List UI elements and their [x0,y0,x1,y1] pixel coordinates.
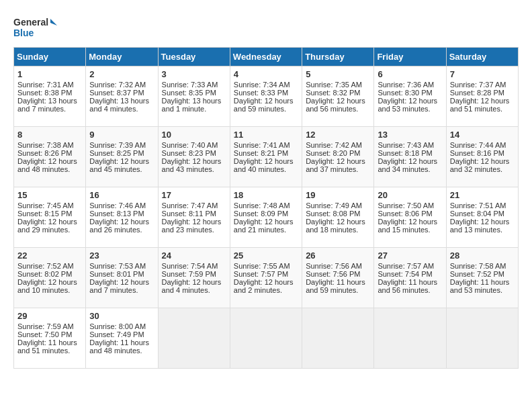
page-header: General Blue [13,13,519,40]
daylight-label: Daylight: 12 hours and 34 minutes. [378,157,437,173]
sunrise-label: Sunrise: 7:57 AM [378,262,434,270]
col-wednesday: Wednesday [230,48,302,66]
sunset-label: Sunset: 8:15 PM [17,210,72,218]
day-number: 19 [306,190,370,200]
sunrise-label: Sunrise: 7:49 AM [306,201,362,210]
calendar-cell-day-13: 13Sunrise: 7:43 AMSunset: 8:18 PMDayligh… [374,127,446,187]
calendar-cell-day-8: 8Sunrise: 7:38 AMSunset: 8:26 PMDaylight… [14,127,86,187]
sunset-label: Sunset: 8:04 PM [450,210,504,218]
sunset-label: Sunset: 7:59 PM [162,270,216,278]
day-number: 4 [234,69,298,79]
daylight-label: Daylight: 12 hours and 48 minutes. [17,157,77,173]
calendar-cell-empty [374,308,446,369]
calendar-cell-day-17: 17Sunrise: 7:47 AMSunset: 8:11 PMDayligh… [158,187,230,248]
daylight-label: Daylight: 12 hours and 40 minutes. [234,157,294,173]
calendar-cell-day-3: 3Sunrise: 7:33 AMSunset: 8:35 PMDaylight… [158,66,230,127]
sunset-label: Sunset: 8:23 PM [162,149,216,157]
svg-marker-2 [50,19,57,26]
sunrise-label: Sunrise: 7:48 AM [234,201,290,210]
daylight-label: Daylight: 12 hours and 37 minutes. [306,157,365,173]
calendar-cell-day-22: 22Sunrise: 7:52 AMSunset: 8:02 PMDayligh… [14,248,86,308]
day-number: 3 [162,69,226,79]
day-number: 6 [378,69,442,79]
sunset-label: Sunset: 7:52 PM [450,270,504,278]
day-number: 17 [162,190,226,200]
day-number: 24 [162,250,226,261]
col-monday: Monday [86,48,158,66]
daylight-label: Daylight: 11 hours and 56 minutes. [378,278,437,294]
sunset-label: Sunset: 8:28 PM [450,89,504,97]
day-number: 28 [450,250,515,261]
sunrise-label: Sunrise: 7:44 AM [450,141,506,149]
sunset-label: Sunset: 8:38 PM [17,89,72,97]
daylight-label: Daylight: 12 hours and 21 minutes. [234,218,294,234]
calendar-cell-day-11: 11Sunrise: 7:41 AMSunset: 8:21 PMDayligh… [230,127,302,187]
sunrise-label: Sunrise: 7:59 AM [17,322,74,330]
day-number: 29 [17,311,82,321]
calendar-cell-empty [230,308,302,369]
day-number: 26 [306,250,370,261]
sunrise-label: Sunrise: 7:56 AM [306,262,362,270]
sunset-label: Sunset: 8:33 PM [234,89,288,97]
sunrise-label: Sunrise: 7:40 AM [162,141,218,149]
daylight-label: Daylight: 12 hours and 59 minutes. [234,97,294,113]
calendar-cell-day-15: 15Sunrise: 7:45 AMSunset: 8:15 PMDayligh… [14,187,86,248]
sunrise-label: Sunrise: 7:38 AM [17,141,74,149]
calendar-cell-day-19: 19Sunrise: 7:49 AMSunset: 8:08 PMDayligh… [302,187,374,248]
calendar-row-4: 22Sunrise: 7:52 AMSunset: 8:02 PMDayligh… [14,248,519,308]
sunset-label: Sunset: 8:06 PM [378,210,432,218]
calendar-cell-day-16: 16Sunrise: 7:46 AMSunset: 8:13 PMDayligh… [86,187,158,248]
calendar-cell-day-12: 12Sunrise: 7:42 AMSunset: 8:20 PMDayligh… [302,127,374,187]
day-number: 5 [306,69,370,79]
sunset-label: Sunset: 7:50 PM [17,330,72,338]
svg-text:General: General [13,17,48,28]
calendar-cell-day-1: 1Sunrise: 7:31 AMSunset: 8:38 PMDaylight… [14,66,86,127]
daylight-label: Daylight: 12 hours and 4 minutes. [162,278,222,294]
sunrise-label: Sunrise: 8:00 AM [89,322,146,330]
svg-text:Blue: Blue [13,28,34,38]
day-number: 12 [306,130,370,140]
sunrise-label: Sunrise: 7:46 AM [89,201,146,210]
sunrise-label: Sunrise: 7:35 AM [306,81,362,89]
sunset-label: Sunset: 8:02 PM [17,270,72,278]
daylight-label: Daylight: 11 hours and 51 minutes. [17,338,77,355]
calendar-cell-day-29: 29Sunrise: 7:59 AMSunset: 7:50 PMDayligh… [14,308,86,369]
sunset-label: Sunset: 8:32 PM [306,89,360,97]
sunrise-label: Sunrise: 7:31 AM [17,81,74,89]
calendar-cell-day-2: 2Sunrise: 7:32 AMSunset: 8:37 PMDaylight… [86,66,158,127]
daylight-label: Daylight: 12 hours and 26 minutes. [89,218,149,234]
sunset-label: Sunset: 8:09 PM [234,210,288,218]
sunset-label: Sunset: 7:57 PM [234,270,288,278]
col-thursday: Thursday [302,48,374,66]
sunset-label: Sunset: 8:16 PM [450,149,504,157]
calendar-cell-day-26: 26Sunrise: 7:56 AMSunset: 7:56 PMDayligh… [302,248,374,308]
calendar-row-1: 1Sunrise: 7:31 AMSunset: 8:38 PMDaylight… [14,66,519,127]
sunset-label: Sunset: 8:01 PM [89,270,144,278]
sunset-label: Sunset: 8:35 PM [162,89,216,97]
logo: General Blue [13,13,60,40]
calendar-cell-empty [446,308,518,369]
daylight-label: Daylight: 12 hours and 2 minutes. [234,278,294,294]
sunrise-label: Sunrise: 7:33 AM [162,81,218,89]
sunset-label: Sunset: 8:08 PM [306,210,360,218]
daylight-label: Daylight: 12 hours and 45 minutes. [89,157,149,173]
daylight-label: Daylight: 12 hours and 23 minutes. [162,218,222,234]
calendar-cell-day-4: 4Sunrise: 7:34 AMSunset: 8:33 PMDaylight… [230,66,302,127]
day-number: 18 [234,190,298,200]
calendar-cell-day-6: 6Sunrise: 7:36 AMSunset: 8:30 PMDaylight… [374,66,446,127]
sunset-label: Sunset: 7:49 PM [89,330,144,338]
sunset-label: Sunset: 8:30 PM [378,89,432,97]
sunrise-label: Sunrise: 7:42 AM [306,141,362,149]
calendar-cell-day-28: 28Sunrise: 7:58 AMSunset: 7:52 PMDayligh… [446,248,518,308]
daylight-label: Daylight: 11 hours and 53 minutes. [450,278,510,294]
day-number: 22 [17,250,82,261]
calendar-cell-day-10: 10Sunrise: 7:40 AMSunset: 8:23 PMDayligh… [158,127,230,187]
daylight-label: Daylight: 13 hours and 4 minutes. [89,97,149,113]
day-number: 23 [89,250,154,261]
sunrise-label: Sunrise: 7:47 AM [162,201,218,210]
day-number: 16 [89,190,154,200]
sunrise-label: Sunrise: 7:32 AM [89,81,146,89]
col-saturday: Saturday [446,48,518,66]
calendar-cell-day-25: 25Sunrise: 7:55 AMSunset: 7:57 PMDayligh… [230,248,302,308]
calendar-row-3: 15Sunrise: 7:45 AMSunset: 8:15 PMDayligh… [14,187,519,248]
